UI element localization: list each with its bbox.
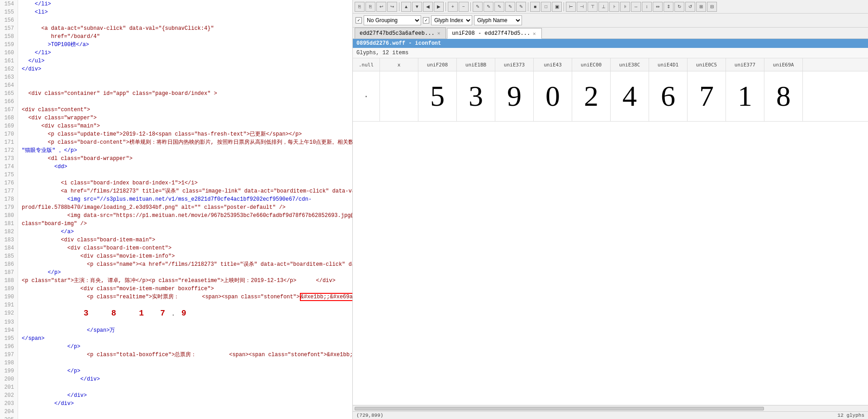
- glyph-cell-3[interactable]: 3: [457, 71, 495, 121]
- rotate-ccw-button[interactable]: ↺: [685, 2, 695, 12]
- line-number: 162: [0, 65, 18, 73]
- line-number: 199: [0, 367, 18, 375]
- toolbar-separator: [446, 2, 446, 11]
- line-number: 205: [0, 416, 18, 419]
- flip-h-button[interactable]: ⇔: [653, 2, 663, 12]
- zoom-out-button[interactable]: −: [459, 2, 469, 12]
- flip-v-button[interactable]: ⇕: [664, 2, 674, 12]
- align-top-button[interactable]: ⊥: [598, 2, 608, 12]
- column-header-uniE1BB: uniE1BB: [457, 58, 495, 71]
- line-number: 172: [0, 146, 18, 155]
- line-content: [18, 416, 352, 419]
- align-right-button[interactable]: ⊤: [588, 2, 598, 12]
- move-down-button[interactable]: ▼: [412, 2, 422, 12]
- stroke-button[interactable]: ▣: [552, 2, 562, 12]
- scrollbar-thumb[interactable]: [355, 407, 764, 410]
- grouping-checkbox[interactable]: ✓: [356, 17, 362, 24]
- copy-button[interactable]: ⎘: [355, 2, 365, 12]
- redo-button[interactable]: ↪: [387, 2, 397, 12]
- glyph-index-checkbox[interactable]: ✓: [423, 17, 429, 24]
- tab-edd27f47[interactable]: edd27f47bd5c3a6afeeb... ✕: [355, 28, 446, 38]
- code-line: 181class="board-img" />: [0, 220, 352, 228]
- horizontal-scrollbar[interactable]: [353, 405, 868, 411]
- glyphs-count: Glyphs, 12 items: [356, 50, 408, 56]
- glyph-index-select[interactable]: Glyph IndexUnicode: [431, 15, 472, 25]
- code-line: 198: [0, 359, 352, 367]
- paste-button[interactable]: ⎘: [365, 2, 375, 12]
- line-number: 165: [0, 89, 18, 98]
- code-line: 155 <li>: [0, 8, 352, 16]
- edit-button[interactable]: ✎: [484, 2, 493, 12]
- line-content: <p class="board-content">榜单规则：将昨日国内热映的影片…: [18, 138, 352, 146]
- code-line: 175: [0, 171, 352, 179]
- code-line: 158 href="/board/4": [0, 33, 352, 41]
- code-line: 184 <div class="board-item-content">: [0, 244, 352, 252]
- align-bottom-button[interactable]: ⊧: [620, 2, 630, 12]
- node-button[interactable]: ✎: [494, 2, 504, 12]
- line-content: </ul>: [18, 57, 352, 65]
- align-left-button[interactable]: ⊢: [566, 2, 576, 12]
- tab-label: edd27f47bd5c3a6afeeb...: [360, 30, 435, 37]
- glyph-cell-1[interactable]: [380, 71, 418, 121]
- rotate-cw-button[interactable]: ↻: [674, 2, 684, 12]
- glyph-cell-8[interactable]: 6: [649, 71, 688, 121]
- ungroup-button[interactable]: ⊟: [707, 2, 717, 12]
- line-number: 196: [0, 343, 18, 351]
- line-number: 170: [0, 130, 18, 138]
- glyph-scroll[interactable]: .nullxuniF208uniE1BBuniE373uniE43uniEC00…: [353, 58, 868, 405]
- move-left-button[interactable]: ◀: [423, 2, 433, 12]
- grouping-select[interactable]: No GroupingBy Unicode RangeBy Category: [364, 15, 421, 25]
- line-content: <p class="star">主演：肖央, 谭卓, 陈冲</p><p clas…: [18, 277, 352, 285]
- undo-button[interactable]: ↩: [376, 2, 386, 12]
- tab-close-icon[interactable]: ✕: [436, 30, 441, 36]
- tab-close-icon[interactable]: ✕: [532, 31, 537, 37]
- align-center-button[interactable]: ⊣: [577, 2, 587, 12]
- font-toolbar: ⎘⎘↩↪▲▼◀▶+−✎✎✎✎✎■□▣⊢⊣⊤⊥⊦⊧↔↕⇔⇕↻↺⊞⊟: [353, 0, 868, 14]
- knife-button[interactable]: ✎: [505, 2, 515, 12]
- move-up-button[interactable]: ▲: [401, 2, 411, 12]
- line-content: </li>: [18, 49, 352, 57]
- draw-button[interactable]: ✎: [473, 2, 483, 12]
- line-number: 189: [0, 285, 18, 293]
- align-mid-button[interactable]: ⊦: [609, 2, 619, 12]
- move-right-button[interactable]: ▶: [434, 2, 444, 12]
- tab-unif208[interactable]: uniF208 - edd27f47bd5... ✕: [447, 28, 541, 39]
- line-content: <dl class="board-wrapper">: [18, 155, 352, 163]
- glyph-cell-7[interactable]: 4: [611, 71, 649, 121]
- line-number: 179: [0, 203, 18, 212]
- line-number: 182: [0, 228, 18, 236]
- glyph-cell-0[interactable]: ·: [353, 71, 380, 121]
- glyph-cell-5[interactable]: 0: [534, 71, 572, 121]
- glyph-cell-10[interactable]: 1: [726, 71, 764, 121]
- glyph-character: 2: [584, 82, 598, 111]
- line-number: 178: [0, 195, 18, 203]
- font-editor[interactable]: ⎘⎘↩↪▲▼◀▶+−✎✎✎✎✎■□▣⊢⊣⊤⊥⊦⊧↔↕⇔⇕↻↺⊞⊟ ✓ No Gr…: [353, 0, 868, 419]
- glyph-cell-9[interactable]: 7: [688, 71, 726, 121]
- glyph-cell-11[interactable]: 8: [764, 71, 803, 121]
- code-line: 162</div>: [0, 65, 352, 73]
- fill-light-button[interactable]: □: [541, 2, 551, 12]
- glyph-character: 8: [776, 82, 791, 111]
- zoom-in-button[interactable]: +: [448, 2, 458, 12]
- glyph-cell-4[interactable]: 9: [495, 71, 534, 121]
- line-content: prod/file.5788b470/image/loading_2.e3d93…: [18, 203, 352, 212]
- coordinates: (729,899): [356, 413, 383, 418]
- code-line: 203 </div>: [0, 400, 352, 408]
- line-content: [18, 16, 352, 24]
- shape-button[interactable]: ✎: [516, 2, 526, 12]
- code-editor[interactable]: 154 </li>155 <li>156157 <a data-act="sub…: [0, 0, 353, 419]
- line-content: <li>: [18, 8, 352, 16]
- glyph-cell-2[interactable]: 5: [418, 71, 457, 121]
- column-header-.null: .null: [353, 58, 380, 71]
- line-content: </div>: [18, 400, 352, 408]
- dist-v-button[interactable]: ↕: [642, 2, 652, 12]
- dist-h-button[interactable]: ↔: [631, 2, 641, 12]
- code-line: 202 </div>: [0, 391, 352, 400]
- glyph-cell-6[interactable]: 2: [572, 71, 611, 121]
- editor-scroll[interactable]: 154 </li>155 <li>156157 <a data-act="sub…: [0, 0, 352, 419]
- fill-dark-button[interactable]: ■: [530, 2, 540, 12]
- line-content: href="/board/4": [18, 33, 352, 41]
- glyph-name-select[interactable]: Glyph NameUnicode Name: [474, 15, 522, 25]
- code-line: 157 <a data-act="subnav-click" data-val=…: [0, 24, 352, 33]
- group-button[interactable]: ⊞: [696, 2, 706, 12]
